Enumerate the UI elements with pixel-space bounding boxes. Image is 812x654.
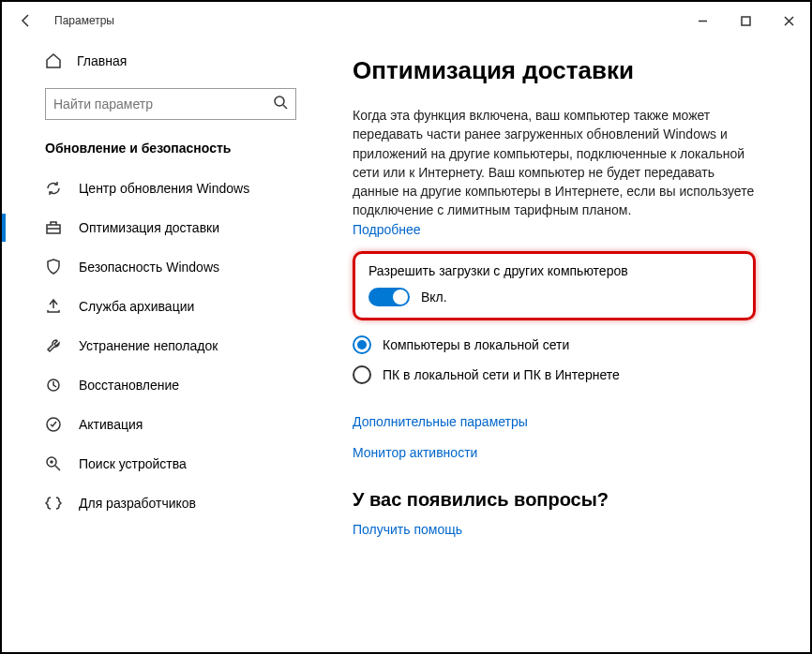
activity-monitor-link[interactable]: Монитор активности: [353, 445, 477, 460]
section-title: Обновление и безопасность: [2, 137, 319, 169]
nav-label: Служба архивации: [79, 299, 194, 314]
back-button[interactable]: [15, 9, 38, 32]
highlight-box: Разрешить загрузки с других компьютеров …: [353, 251, 756, 320]
radio-icon: [353, 365, 371, 384]
toggle-label: Разрешить загрузки с других компьютеров: [368, 263, 740, 278]
radio-label: ПК в локальной сети и ПК в Интернете: [383, 367, 620, 382]
sidebar-item-recovery[interactable]: Восстановление: [2, 365, 319, 405]
shield-icon: [45, 259, 62, 275]
search-icon: [273, 95, 288, 113]
description-text: Когда эта функция включена, ваш компьюте…: [353, 106, 756, 220]
sidebar-item-backup[interactable]: Служба архивации: [2, 287, 319, 326]
search-input[interactable]: [53, 97, 273, 111]
developers-icon: [45, 495, 62, 512]
sidebar-item-find-device[interactable]: Поиск устройства: [2, 444, 319, 483]
nav-label: Восстановление: [79, 378, 179, 393]
allow-downloads-toggle[interactable]: [368, 288, 410, 306]
window-title: Параметры: [54, 14, 114, 27]
svg-point-1: [275, 97, 284, 106]
sidebar-item-for-developers[interactable]: Для разработчиков: [2, 483, 319, 523]
radio-label: Компьютеры в локальной сети: [383, 337, 569, 352]
page-title: Оптимизация доставки: [353, 56, 776, 85]
nav-label: Активация: [79, 417, 143, 432]
sidebar: Главная Обновление и безопасность Центр …: [2, 39, 319, 652]
nav-label: Центр обновления Windows: [79, 181, 249, 196]
find-device-icon: [45, 455, 62, 472]
svg-point-6: [51, 461, 53, 463]
sidebar-item-activation[interactable]: Активация: [2, 405, 319, 444]
nav-label: Безопасность Windows: [79, 260, 219, 275]
activation-icon: [45, 416, 62, 433]
toggle-state: Вкл.: [421, 290, 447, 305]
radio-icon: [353, 335, 371, 354]
maximize-button[interactable]: [724, 6, 767, 36]
troubleshoot-icon: [45, 337, 62, 354]
advanced-options-link[interactable]: Дополнительные параметры: [353, 414, 528, 429]
help-heading: У вас появились вопросы?: [353, 489, 776, 511]
nav-label: Устранение неполадок: [79, 338, 218, 353]
nav-label: Поиск устройства: [79, 456, 187, 471]
toggle-knob: [393, 290, 408, 305]
backup-icon: [45, 298, 62, 315]
content: Оптимизация доставки Когда эта функция в…: [319, 39, 810, 652]
sidebar-item-delivery-optimization[interactable]: Оптимизация доставки: [2, 208, 319, 247]
nav-label: Оптимизация доставки: [79, 220, 219, 235]
titlebar: Параметры: [2, 2, 810, 39]
search-box[interactable]: [45, 88, 296, 120]
sidebar-item-windows-update[interactable]: Центр обновления Windows: [2, 169, 319, 208]
close-button[interactable]: [767, 6, 810, 36]
recovery-icon: [45, 377, 62, 394]
minimize-button[interactable]: [681, 6, 724, 36]
home-icon: [45, 52, 62, 69]
sidebar-item-windows-security[interactable]: Безопасность Windows: [2, 247, 319, 287]
get-help-link[interactable]: Получить помощь: [353, 522, 462, 537]
window-controls: [681, 6, 810, 36]
home-button[interactable]: Главная: [2, 39, 319, 82]
home-label: Главная: [77, 53, 127, 68]
learn-more-link[interactable]: Подробнее: [353, 222, 421, 237]
radio-local-network[interactable]: Компьютеры в локальной сети: [353, 335, 776, 354]
delivery-icon: [45, 219, 62, 236]
sidebar-item-troubleshoot[interactable]: Устранение неполадок: [2, 326, 319, 365]
sync-icon: [45, 180, 62, 197]
svg-rect-0: [742, 17, 750, 25]
nav-label: Для разработчиков: [79, 496, 196, 511]
radio-local-and-internet[interactable]: ПК в локальной сети и ПК в Интернете: [353, 365, 776, 384]
